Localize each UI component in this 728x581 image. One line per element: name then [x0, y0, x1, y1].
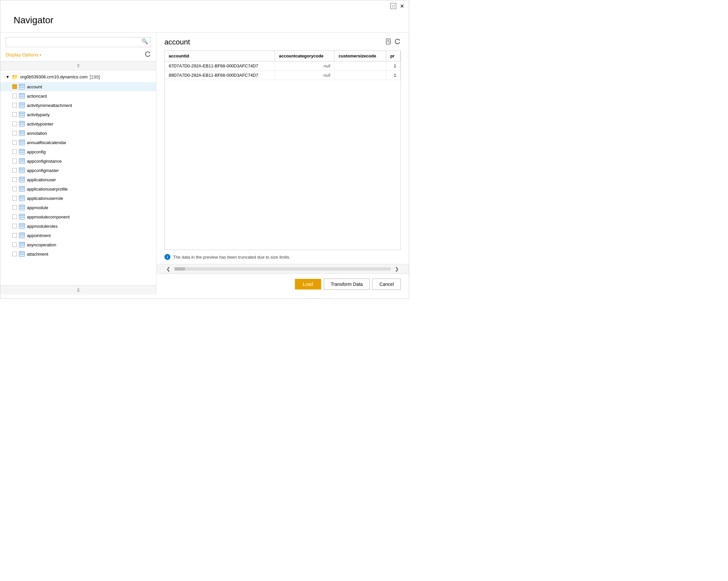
tree-item-annotation[interactable]: annotation [0, 129, 156, 138]
tree-item-applicationuserprofile[interactable]: applicationuserprofile [0, 184, 156, 193]
truncation-text: The data in the preview has been truncat… [173, 255, 290, 260]
main-container: 🔍 Display Options ▾ ⇧ ▼ 📁 org0b53930 [0, 32, 409, 294]
checkbox-appconfigmaster[interactable] [12, 168, 17, 173]
tree-item-label-appmodule: appmodule [27, 205, 48, 210]
tree-item-applicationuser[interactable]: applicationuser [0, 175, 156, 184]
tree-item-label-appconfig: appconfig [27, 150, 46, 154]
checkbox-attachment[interactable] [12, 252, 17, 256]
checkbox-annualfiscalcalendar[interactable] [12, 140, 17, 145]
checkbox-appconfig[interactable] [12, 150, 17, 154]
data-table-wrap[interactable]: accountidaccountcategorycodecustomersize… [164, 50, 401, 250]
search-area: 🔍 [0, 32, 156, 50]
checkbox-applicationuserrole[interactable] [12, 196, 17, 201]
root-label: org0b539308.crm10.dynamics.com [20, 74, 88, 79]
scroll-up-arrow[interactable]: ⇧ [0, 61, 156, 70]
tree-item-label-appconfiginstance: appconfiginstance [27, 159, 62, 164]
tree-item-appconfigmaster[interactable]: appconfigmaster [0, 166, 156, 175]
checkbox-appmoduleroles[interactable] [12, 224, 17, 229]
checkbox-actioncard[interactable] [12, 94, 17, 98]
tree-item-applicationuserrole[interactable]: applicationuserrole [0, 193, 156, 203]
table-icon-account [19, 84, 25, 90]
tree-item-appmodulecomponent[interactable]: appmodulecomponent [0, 212, 156, 221]
truncation-notice: i The data in the preview has been trunc… [156, 250, 409, 264]
checkbox-activitymimeattachment[interactable] [12, 103, 17, 108]
checkbox-appmodule[interactable] [12, 205, 17, 210]
load-button[interactable]: Load [295, 279, 321, 290]
table-icon-applicationuser [19, 177, 25, 183]
cell-pr-1: 1 [386, 71, 400, 80]
checkbox-account[interactable]: ✓ [12, 84, 17, 89]
folder-icon: 📁 [11, 74, 18, 80]
tree-item-attachment[interactable]: attachment [0, 249, 156, 259]
h-scroll-track[interactable] [174, 267, 391, 270]
checkbox-appconfiginstance[interactable] [12, 159, 17, 163]
svg-rect-41 [19, 140, 25, 141]
cell-accountcategorycode-0: null [275, 61, 334, 71]
svg-rect-77 [19, 195, 25, 197]
collapse-icon[interactable]: ▼ [6, 75, 10, 79]
display-options-bar: Display Options ▾ [0, 50, 156, 61]
chevron-down-icon: ▾ [40, 53, 41, 57]
table-row: 87D7A7D0-292A-EB11-BF68-000D3AFC74D7null… [165, 61, 400, 71]
search-input[interactable] [6, 37, 151, 47]
refresh-icon[interactable] [145, 51, 151, 58]
cancel-button[interactable]: Cancel [372, 279, 401, 290]
tree-item-activitypointer[interactable]: activitypointer [0, 119, 156, 129]
cell-accountcategorycode-1: null [275, 71, 334, 80]
tree-item-appmoduleroles[interactable]: appmoduleroles [0, 221, 156, 231]
svg-rect-29 [19, 121, 25, 123]
refresh-preview-icon[interactable] [394, 38, 401, 47]
table-icon-asyncoperation [19, 242, 25, 248]
h-scroll-thumb[interactable] [174, 267, 185, 270]
checkbox-asyncoperation[interactable] [12, 242, 17, 247]
h-scroll-right-arrow[interactable]: ❯ [393, 266, 401, 272]
table-icon-appmoduleroles [19, 223, 25, 229]
checkbox-appmodulecomponent[interactable] [12, 214, 17, 219]
tree-item-label-applicationuser: applicationuser [27, 177, 56, 182]
svg-rect-83 [19, 205, 25, 207]
checkbox-appointment[interactable] [12, 233, 17, 238]
tree-item-activitymimeattachment[interactable]: activitymimeattachment [0, 101, 156, 110]
tree-item-account[interactable]: ✓ account [0, 82, 156, 91]
tree-item-appointment[interactable]: appointment [0, 231, 156, 240]
tree-item-appconfig[interactable]: appconfig [0, 147, 156, 156]
new-table-icon[interactable] [385, 38, 392, 47]
tree-container[interactable]: ▼ 📁 org0b539308.crm10.dynamics.com [199]… [0, 70, 156, 285]
scroll-down-arrow[interactable]: ⇩ [0, 285, 156, 294]
tree-item-annualfiscalcalendar[interactable]: annualfiscalcalendar [0, 138, 156, 147]
h-scroll-left-arrow[interactable]: ❮ [164, 266, 172, 272]
tree-item-label-activitypointer: activitypointer [27, 122, 53, 127]
checkbox-activityparty[interactable] [12, 112, 17, 117]
transform-data-button[interactable]: Transform Data [324, 279, 370, 290]
cell-customersizecode-1 [334, 71, 386, 80]
minimize-button[interactable]: □ [390, 3, 396, 9]
tree-root[interactable]: ▼ 📁 org0b539308.crm10.dynamics.com [199] [0, 72, 156, 82]
svg-rect-23 [19, 112, 25, 113]
cell-accountid-0: 87D7A7D0-292A-EB11-BF68-000D3AFC74D7 [165, 61, 275, 71]
svg-rect-5 [19, 84, 25, 86]
tree-item-appconfiginstance[interactable]: appconfiginstance [0, 156, 156, 166]
table-icon-activitymimeattachment [19, 102, 25, 108]
checkbox-annotation[interactable] [12, 131, 17, 135]
tree-item-label-activityparty: activityparty [27, 112, 50, 117]
checkbox-applicationuserprofile[interactable] [12, 187, 17, 191]
table-icon-appconfig [19, 149, 25, 155]
checkbox-applicationuser[interactable] [12, 177, 17, 182]
svg-rect-107 [19, 242, 25, 244]
checkbox-activitypointer[interactable] [12, 122, 17, 126]
tree-item-appmodule[interactable]: appmodule [0, 203, 156, 212]
svg-rect-65 [19, 177, 25, 179]
display-options-button[interactable]: Display Options ▾ [6, 52, 41, 57]
svg-rect-71 [19, 186, 25, 188]
tree-item-actioncard[interactable]: actioncard [0, 91, 156, 101]
tree-item-label-appmodulecomponent: appmodulecomponent [27, 214, 70, 219]
table-icon-appconfigmaster [19, 167, 25, 173]
close-button[interactable]: ✕ [399, 3, 405, 9]
title-bar: □ ✕ [0, 0, 409, 11]
cell-customersizecode-0 [334, 61, 386, 71]
preview-header: account [156, 32, 409, 50]
tree-item-asyncoperation[interactable]: asyncoperation [0, 240, 156, 249]
tree-item-activityparty[interactable]: activityparty [0, 110, 156, 119]
tree-item-label-applicationuserrole: applicationuserrole [27, 196, 63, 201]
left-panel: 🔍 Display Options ▾ ⇧ ▼ 📁 org0b53930 [0, 32, 156, 294]
